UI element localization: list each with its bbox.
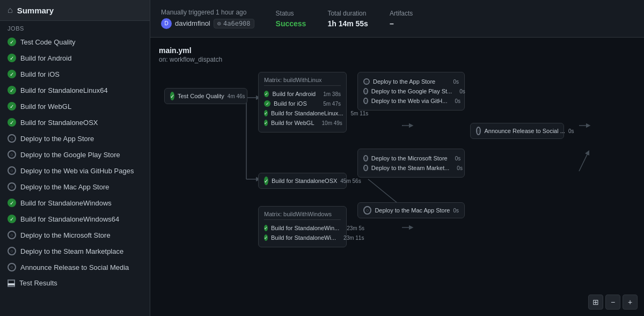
commit-hash: ⊙ 4a6e908 xyxy=(214,19,254,28)
sidebar-item-build-windows[interactable]: ✓Build for StandaloneWindows xyxy=(0,195,150,211)
zoom-in-button[interactable]: + xyxy=(623,295,638,310)
status-icon: ✓ xyxy=(264,234,268,241)
job-label: Deploy to the Web via GitHub Pages xyxy=(20,167,134,175)
wf-announce-name: Announce Release to Social ... xyxy=(484,128,565,134)
status-icon: ✓ xyxy=(8,70,16,78)
zoom-fit-button[interactable]: ⊞ xyxy=(588,295,603,310)
home-icon: ⌂ xyxy=(8,5,13,15)
commit-hash-value: 4a6e908 xyxy=(223,20,251,27)
wf-matrix-windows[interactable]: Matrix: buildWithWindows ✓ Build for Sta… xyxy=(258,206,347,247)
job-label: Build for StandaloneOSX xyxy=(20,119,98,127)
wf-announce-time: 0s xyxy=(568,128,574,134)
wf-job-name: Test Code Quality xyxy=(178,93,224,99)
wf-job-row[interactable]: ○ Deploy to the Google Play St... 0s xyxy=(363,86,459,96)
status-icon: ✓ xyxy=(8,118,16,127)
avatar: D xyxy=(161,18,172,29)
wf-standalone-osx[interactable]: ✓ Build for StandaloneOSX 45m 56s xyxy=(258,173,347,189)
sidebar-item-deploy-steam[interactable]: ○Deploy to the Steam Marketplace xyxy=(0,243,150,259)
wf-job-name: Deploy to the Microsoft Store xyxy=(371,155,448,161)
sidebar-item-build-linux[interactable]: ✓Build for StandaloneLinux64 xyxy=(0,82,150,98)
wf-job-time: 5m 47s xyxy=(319,101,341,107)
job-label: Test Code Quality xyxy=(20,38,76,46)
wf-mac-name: Deploy to the Mac App Store xyxy=(375,207,450,214)
wf-job-row[interactable]: ✓ Build for iOS 5m 47s xyxy=(264,99,341,108)
job-label: Deploy to the Google Play Store xyxy=(20,151,120,159)
trigger-user-info: D davidmfinol ⊙ 4a6e908 xyxy=(161,18,254,29)
sidebar: ⌂ Summary Jobs ✓Test Code Quality✓Build … xyxy=(0,0,150,316)
wf-job-name: Build for StandaloneLinux... xyxy=(271,110,343,116)
sidebar-item-deploy-github-pages[interactable]: ○Deploy to the Web via GitHub Pages xyxy=(0,163,150,179)
main-content: Manually triggered 1 hour ago D davidmfi… xyxy=(150,0,644,316)
wf-job-name: Deploy to the Steam Market... xyxy=(371,165,450,171)
sidebar-item-test-code-quality[interactable]: ✓Test Code Quality xyxy=(0,34,150,50)
status-icon: ○ xyxy=(8,166,16,175)
wf-job-name: Deploy to the Web via GitH... xyxy=(371,98,448,104)
wf-matrix-linux[interactable]: Matrix: buildWithLinux ✓ Build for Andro… xyxy=(258,72,347,133)
status-icon: ○ xyxy=(8,134,16,143)
wf-deploy-mac[interactable]: ○ Deploy to the Mac App Store 0s xyxy=(357,202,465,218)
sidebar-item-build-osx[interactable]: ✓Build for StandaloneOSX xyxy=(0,114,150,130)
wf-job-time: 4m 46s xyxy=(228,93,245,99)
zoom-out-button[interactable]: − xyxy=(605,295,620,310)
wf-job-row[interactable]: ○ Deploy to the Web via GitH... 0s xyxy=(363,96,459,106)
wf-job-time: 5m 11s xyxy=(347,111,369,116)
status-icon: ✓ xyxy=(8,215,16,223)
wf-job-name: Build for Android xyxy=(272,91,316,97)
sidebar-item-announce-social[interactable]: ○Announce Release to Social Media xyxy=(0,259,150,275)
diagram-area[interactable]: main.yml on: workflow_dispatch xyxy=(150,38,644,316)
sidebar-item-build-webgl[interactable]: ✓Build for WebGL xyxy=(0,98,150,114)
duration-label: Total duration xyxy=(327,10,368,17)
artifacts-value: – xyxy=(390,19,413,28)
wf-job-name: Build for WebGL xyxy=(271,120,314,126)
wf-job-time: 0s xyxy=(455,89,465,94)
wf-job-row[interactable]: ○ Deploy to the Microsoft Store 0s xyxy=(363,153,459,163)
sidebar-item-deploy-google-play[interactable]: ○Deploy to the Google Play Store xyxy=(0,146,150,163)
job-label: Build for WebGL xyxy=(20,102,71,111)
sidebar-jobs-list: ✓Test Code Quality✓Build for Android✓Bui… xyxy=(0,34,150,291)
wf-job-time: 0s xyxy=(449,79,459,85)
wf-job-row[interactable]: ✓ Build for Android 1m 38s xyxy=(264,89,341,99)
sidebar-summary-item[interactable]: ⌂ Summary xyxy=(0,0,150,21)
wf-windows-jobs: ✓ Build for StandaloneWin... 23m 5s✓ Bui… xyxy=(264,223,341,242)
status-icon: ○ xyxy=(8,150,16,159)
sidebar-item-deploy-microsoft-store[interactable]: ○Deploy to the Microsoft Store xyxy=(0,227,150,243)
wf-deploy-app-store-group[interactable]: ○ Deploy to the App Store 0s○ Deploy to … xyxy=(357,72,465,111)
wf-job-row[interactable]: ✓ Build for StandaloneWi... 23m 11s xyxy=(264,233,341,242)
status-icon: ○ xyxy=(363,155,368,161)
status-icon: ✓ xyxy=(8,86,16,94)
header-duration: Total duration 1h 14m 55s xyxy=(327,10,368,28)
status-icon: ✓ xyxy=(8,199,16,207)
wf-job-row[interactable]: ✓ Build for StandaloneLinux... 5m 11s xyxy=(264,108,341,118)
job-label: Build for Android xyxy=(20,54,71,62)
status-icon: ▬ xyxy=(8,280,15,287)
sidebar-item-build-ios[interactable]: ✓Build for iOS xyxy=(0,66,150,82)
wf-job-time: 10m 49s xyxy=(318,120,342,126)
sidebar-item-build-android[interactable]: ✓Build for Android xyxy=(0,50,150,66)
wf-box-windows-title: Matrix: buildWithWindows xyxy=(264,211,341,220)
zoom-controls: ⊞ − + xyxy=(588,295,638,310)
wf-announce[interactable]: ○ Announce Release to Social ... 0s xyxy=(470,123,564,139)
header-trigger-info: Manually triggered 1 hour ago D davidmfi… xyxy=(161,9,254,29)
wf-test-code-quality[interactable]: ✓ Test Code Quality 4m 46s xyxy=(164,88,247,104)
wf-osx-name: Build for StandaloneOSX xyxy=(272,178,337,184)
header-artifacts: Artifacts – xyxy=(390,10,413,28)
wf-job-row[interactable]: ✓ Build for StandaloneWin... 23m 5s xyxy=(264,223,341,233)
job-label: Deploy to the Steam Marketplace xyxy=(20,247,123,255)
job-label: Build for StandaloneLinux64 xyxy=(20,86,108,94)
job-label: Deploy to the Microsoft Store xyxy=(20,231,111,239)
diagram-title: main.yml xyxy=(159,46,635,55)
sidebar-item-test-results[interactable]: ▬Test Results xyxy=(0,275,150,291)
wf-deploy-microsoft-group[interactable]: ○ Deploy to the Microsoft Store 0s○ Depl… xyxy=(357,149,465,178)
status-icon: ○ xyxy=(363,98,368,104)
wf-job-name: Deploy to the App Store xyxy=(373,78,435,85)
username: davidmfinol xyxy=(175,19,210,27)
jobs-section-label: Jobs xyxy=(0,21,150,34)
wf-job-row[interactable]: ○ Deploy to the App Store 0s xyxy=(363,77,459,86)
sidebar-summary-label: Summary xyxy=(17,6,54,15)
sidebar-item-deploy-app-store[interactable]: ○Deploy to the App Store xyxy=(0,130,150,146)
wf-job-row[interactable]: ○ Deploy to the Steam Market... 0s xyxy=(363,163,459,173)
wf-job-row[interactable]: ✓ Build for WebGL 10m 49s xyxy=(264,118,341,128)
sidebar-item-deploy-mac-app-store[interactable]: ○Deploy to the Mac App Store xyxy=(0,179,150,195)
status-icon: ○ xyxy=(363,165,368,171)
sidebar-item-build-windows64[interactable]: ✓Build for StandaloneWindows64 xyxy=(0,211,150,227)
